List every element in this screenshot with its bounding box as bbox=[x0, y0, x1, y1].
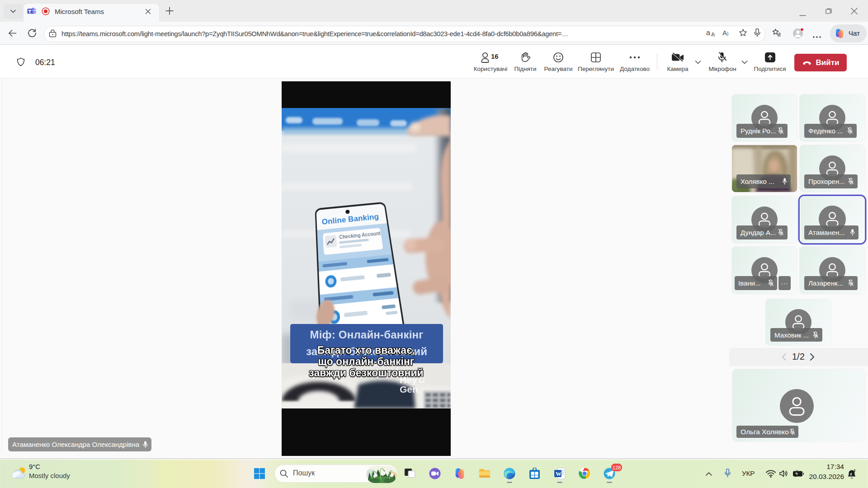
svg-text:z: z bbox=[854, 468, 856, 473]
svg-text:W: W bbox=[556, 470, 561, 477]
svg-text:z: z bbox=[850, 472, 852, 476]
svg-text:16: 16 bbox=[491, 52, 498, 60]
